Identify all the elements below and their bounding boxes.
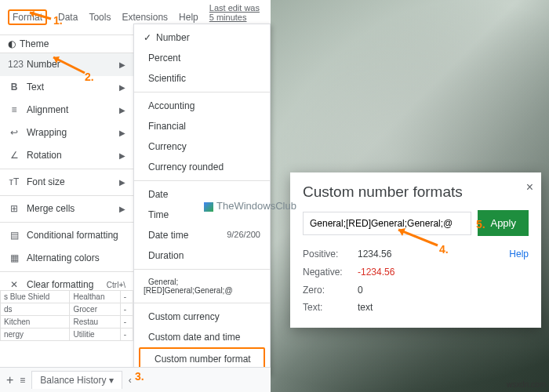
sub-date-label: Date	[148, 189, 168, 200]
clear-icon: ✕	[8, 279, 20, 290]
format-menu: 123 Number ▶ B Text ▶ ≡ Alignment ▶ ↩ Wr…	[0, 53, 133, 296]
sub-general-sample[interactable]: General;[RED]General;General;@	[134, 273, 270, 299]
menu-wrapping-label: Wrapping	[27, 127, 119, 138]
chevron-left-icon[interactable]: ‹	[129, 375, 132, 386]
conditional-icon: ▤	[8, 230, 20, 241]
sub-accounting-label: Accounting	[148, 100, 195, 111]
sub-datetime[interactable]: Date time9/26/200	[134, 225, 270, 245]
custom-number-dialog: × Custom number formats Apply Positive:1…	[290, 172, 541, 328]
alternating-icon: ▦	[8, 252, 20, 263]
fontsize-icon: тT	[8, 176, 20, 187]
format-input[interactable]	[303, 212, 471, 235]
zero-label: Zero:	[303, 281, 358, 299]
rotation-icon: ∠	[8, 150, 20, 161]
menu-alignment-label: Alignment	[27, 104, 119, 115]
sub-datetime-value: 9/26/200	[227, 230, 260, 241]
menu-conditional-label: Conditional formatting	[27, 230, 125, 241]
sub-gensample-label: General;[RED]General;General;@	[144, 278, 233, 295]
sub-financial[interactable]: Financial	[134, 116, 270, 136]
sub-customdt-label: Custom date and time	[148, 332, 240, 343]
chevron-right-icon: ▶	[119, 151, 125, 160]
dialog-title: Custom number formats	[303, 183, 529, 201]
arrow-icon	[47, 53, 90, 77]
menu-rotation[interactable]: ∠ Rotation ▶	[0, 144, 133, 167]
arrow-icon	[24, 9, 55, 25]
table-row[interactable]: nergyUtilitie-	[1, 328, 133, 341]
format-preview: Positive:1234.56 Help Negative:-1234.56 …	[303, 245, 529, 317]
sub-currency[interactable]: Currency	[134, 136, 270, 157]
source-watermark: wsxdn.com	[507, 380, 546, 389]
menu-tools[interactable]: Tools	[89, 12, 111, 23]
zero-value: 0	[358, 285, 363, 296]
close-button[interactable]: ×	[526, 180, 533, 194]
table-row[interactable]: s Blue ShieldHealthan-	[1, 291, 133, 303]
theme-icon: ◐	[8, 38, 16, 49]
watermark: TheWindowsClub	[204, 200, 296, 212]
menu-text[interactable]: B Text ▶	[0, 76, 133, 99]
chevron-right-icon: ▶	[119, 178, 125, 187]
negative-value: -1234.56	[358, 267, 394, 278]
negative-label: Negative:	[303, 263, 358, 281]
number-submenu: ✓Number Percent Scientific Accounting Fi…	[133, 24, 271, 375]
menu-merge-label: Merge cells	[27, 203, 119, 214]
menu-text-label: Text	[27, 82, 119, 93]
text-value: text	[358, 302, 373, 313]
sub-custom-datetime[interactable]: Custom date and time	[134, 327, 270, 347]
positive-value: 1234.56	[358, 249, 391, 260]
sub-datetime-label: Date time	[148, 230, 188, 241]
menu-conditional[interactable]: ▤ Conditional formatting	[0, 224, 133, 247]
sub-percent[interactable]: Percent	[134, 48, 270, 68]
clear-shortcut: Ctrl+\	[107, 281, 125, 289]
menu-alternating-label: Alternating colors	[27, 252, 125, 263]
help-link[interactable]: Help	[509, 245, 529, 263]
spreadsheet-cells: s Blue ShieldHealthan- dsGrocer- Kitchen…	[0, 290, 133, 341]
sub-accounting[interactable]: Accounting	[134, 96, 270, 116]
sub-financial-label: Financial	[148, 121, 186, 132]
add-sheet-button[interactable]: +	[6, 373, 13, 387]
align-icon: ≡	[8, 104, 20, 115]
sub-percent-label: Percent	[148, 53, 180, 64]
bold-icon: B	[8, 82, 20, 93]
menu-alignment[interactable]: ≡ Alignment ▶	[0, 99, 133, 122]
sub-scientific-label: Scientific	[148, 73, 186, 84]
sub-currency-label: Currency	[148, 141, 187, 152]
chevron-right-icon: ▶	[119, 60, 125, 69]
menu-fontsize[interactable]: тT Font size ▶	[0, 171, 133, 194]
merge-icon: ⊞	[8, 203, 20, 214]
sub-number[interactable]: ✓Number	[134, 27, 270, 48]
menu-extensions[interactable]: Extensions	[122, 12, 168, 23]
sub-duration-label: Duration	[148, 250, 184, 261]
sheet-tab[interactable]: Balance History ▾	[31, 371, 122, 389]
theme-label[interactable]: Theme	[20, 38, 49, 49]
annotation-2: 2.	[85, 71, 94, 83]
sub-custom-currency[interactable]: Custom currency	[134, 307, 270, 327]
sub-number-label: Number	[156, 32, 190, 43]
all-sheets-button[interactable]: ≡	[20, 375, 25, 386]
sub-scientific[interactable]: Scientific	[134, 68, 270, 89]
positive-label: Positive:	[303, 245, 358, 263]
sub-currency-rounded[interactable]: Currency rounded	[134, 157, 270, 177]
table-row[interactable]: dsGrocer-	[1, 303, 133, 316]
number-icon: 123	[8, 59, 20, 70]
menu-alternating[interactable]: ▦ Alternating colors	[0, 247, 133, 270]
annotation-1: 1.	[53, 14, 63, 27]
annotation-4: 4.	[439, 243, 449, 256]
menu-clear-label: Clear formatting	[27, 279, 107, 290]
annotation-5: 5.	[476, 218, 485, 230]
chevron-right-icon: ▶	[119, 83, 125, 92]
app-window: Format Data Tools Extensions Help Last e…	[0, 0, 271, 392]
table-row[interactable]: KitchenRestau-	[1, 316, 133, 328]
menu-rotation-label: Rotation	[27, 150, 119, 161]
menu-wrapping[interactable]: ↩ Wrapping ▶	[0, 122, 133, 144]
sub-duration[interactable]: Duration	[134, 245, 270, 266]
wrap-icon: ↩	[8, 127, 20, 138]
sub-time-label: Time	[148, 209, 169, 220]
menu-help[interactable]: Help	[179, 12, 198, 23]
text-label: Text:	[303, 299, 358, 317]
apply-button[interactable]: Apply	[478, 210, 529, 236]
menu-merge[interactable]: ⊞ Merge cells ▶	[0, 198, 133, 220]
sub-customnum-label: Custom number format	[155, 354, 251, 365]
sub-customcur-label: Custom currency	[148, 311, 220, 322]
arrow-icon	[392, 226, 443, 249]
sub-currencyr-label: Currency rounded	[148, 162, 224, 172]
